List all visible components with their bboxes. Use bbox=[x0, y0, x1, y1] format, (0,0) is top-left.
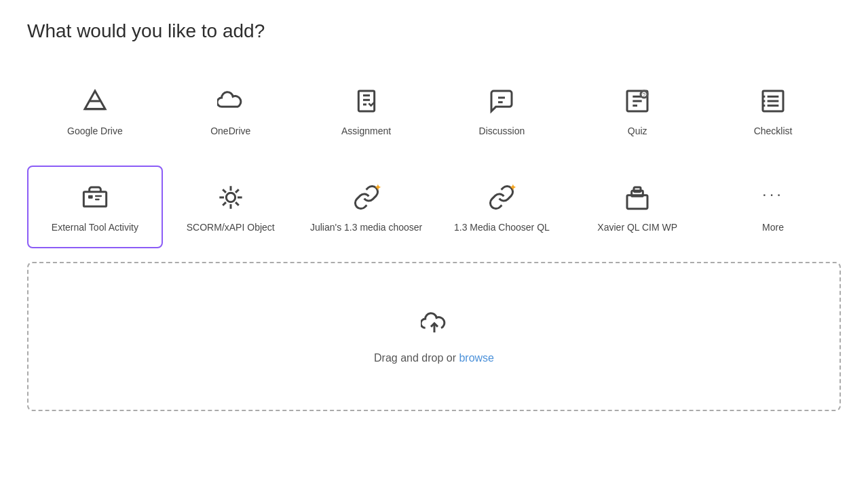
external-tool-item[interactable]: External Tool Activity bbox=[27, 166, 163, 248]
quiz-icon: ? bbox=[620, 84, 654, 118]
quiz-item[interactable]: ? Quiz bbox=[569, 69, 705, 152]
svg-rect-26 bbox=[634, 187, 641, 192]
onedrive-icon bbox=[214, 84, 248, 118]
xavier-label: Xavier QL CIM WP bbox=[597, 221, 677, 233]
checklist-icon bbox=[756, 84, 790, 118]
google-drive-icon bbox=[78, 84, 112, 118]
julians-label: Julian's 1.3 media chooser bbox=[310, 221, 422, 233]
onedrive-label: OneDrive bbox=[210, 125, 250, 137]
discussion-icon bbox=[485, 84, 518, 118]
svg-rect-21 bbox=[95, 195, 102, 197]
more-label: More bbox=[762, 221, 784, 233]
svg-text:?: ? bbox=[643, 92, 646, 98]
row2: External Tool Activity SCORM/xAPI Object… bbox=[27, 166, 841, 248]
scorm-item[interactable]: SCORM/xAPI Object bbox=[163, 166, 299, 248]
google-drive-label: Google Drive bbox=[67, 125, 123, 137]
media13-item[interactable]: ✦ 1.3 Media Chooser QL bbox=[434, 166, 569, 248]
drop-text: Drag and drop or browse bbox=[374, 352, 494, 364]
drop-zone[interactable]: Drag and drop or browse bbox=[27, 262, 841, 411]
checklist-label: Checklist bbox=[754, 125, 793, 137]
julians-icon: ✦ bbox=[350, 180, 383, 214]
more-item[interactable]: ··· More bbox=[705, 166, 841, 248]
svg-rect-22 bbox=[95, 199, 100, 201]
google-drive-item[interactable]: Google Drive bbox=[27, 69, 163, 152]
external-tool-label: External Tool Activity bbox=[52, 221, 138, 233]
svg-point-23 bbox=[226, 193, 235, 202]
discussion-label: Discussion bbox=[479, 125, 525, 137]
external-tool-icon bbox=[78, 180, 112, 214]
browse-link[interactable]: browse bbox=[459, 352, 494, 364]
onedrive-item[interactable]: OneDrive bbox=[163, 69, 299, 152]
upload-icon bbox=[421, 309, 448, 339]
more-icon: ··· bbox=[756, 180, 790, 214]
spark-icon2: ✦ bbox=[509, 182, 517, 193]
scorm-label: SCORM/xAPI Object bbox=[187, 221, 275, 233]
media13-icon: ✦ bbox=[485, 180, 518, 214]
media13-label: 1.3 Media Chooser QL bbox=[454, 221, 550, 233]
quiz-label: Quiz bbox=[628, 125, 647, 137]
julians-item[interactable]: ✦ Julian's 1.3 media chooser bbox=[299, 166, 434, 248]
scorm-icon bbox=[214, 180, 248, 214]
spark-icon: ✦ bbox=[374, 182, 382, 193]
svg-rect-0 bbox=[358, 91, 374, 111]
xavier-icon bbox=[620, 180, 654, 214]
assignment-label: Assignment bbox=[341, 125, 391, 137]
svg-rect-20 bbox=[88, 195, 93, 199]
discussion-item[interactable]: Discussion bbox=[434, 69, 569, 152]
xavier-item[interactable]: Xavier QL CIM WP bbox=[569, 166, 705, 248]
row1: Google Drive OneDrive Assignment bbox=[27, 69, 841, 152]
checklist-item[interactable]: Checklist bbox=[705, 69, 841, 152]
assignment-item[interactable]: Assignment bbox=[299, 69, 434, 152]
assignment-icon bbox=[350, 84, 383, 118]
page-title: What would you like to add? bbox=[27, 20, 841, 42]
